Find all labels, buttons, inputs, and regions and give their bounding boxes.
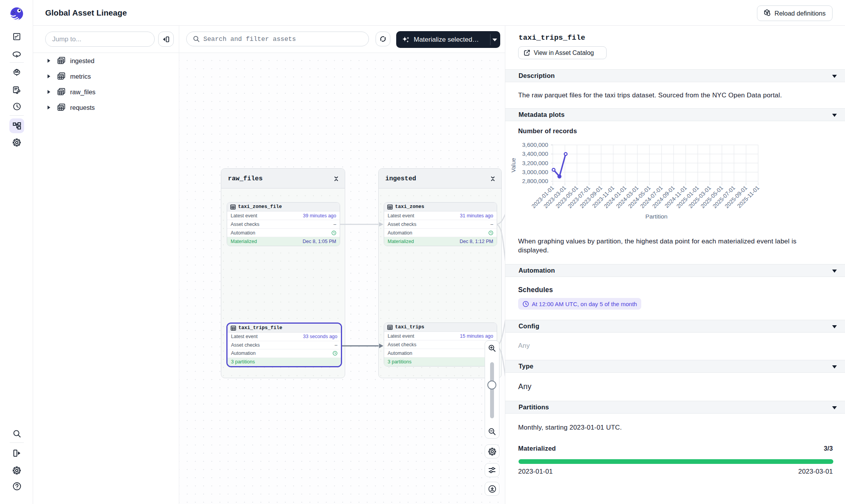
svg-text:3,600,000: 3,600,000 bbox=[522, 141, 548, 148]
svg-text:Partition: Partition bbox=[646, 213, 668, 220]
svg-text:Value: Value bbox=[510, 158, 517, 172]
svg-text:3,000,000: 3,000,000 bbox=[522, 169, 548, 175]
svg-text:3,400,000: 3,400,000 bbox=[522, 150, 548, 157]
svg-text:3,200,000: 3,200,000 bbox=[522, 160, 548, 166]
svg-text:2,800,000: 2,800,000 bbox=[522, 178, 548, 184]
